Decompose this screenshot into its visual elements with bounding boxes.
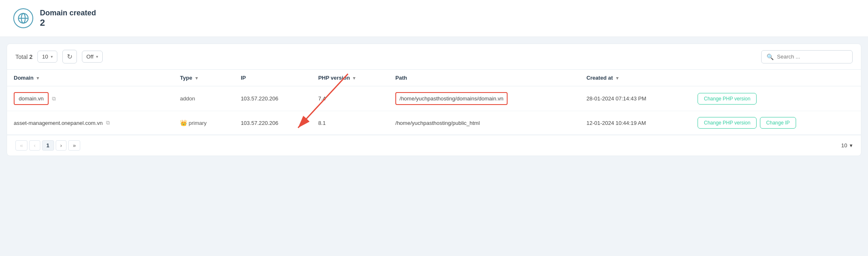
main-content: Total 2 10 ▾ ↻ Off ▾ 🔍 xyxy=(7,44,861,156)
type-badge-2: primary xyxy=(189,120,207,126)
search-icon: 🔍 xyxy=(767,54,774,60)
type-cell-1: addon xyxy=(173,86,234,111)
path-cell-2: /home/yuchpasthosting/public_html xyxy=(389,111,580,135)
actions-cell-1: Change PHP version xyxy=(691,86,861,111)
per-page-pagination-value: 10 xyxy=(841,142,847,149)
ip-cell-2: 103.57.220.206 xyxy=(234,111,311,135)
created-cell-2: 12-01-2024 10:44:19 AM xyxy=(580,111,691,135)
col-domain: Domain ▾ xyxy=(7,70,173,86)
domain-cell-1: domain.vn ⧉ xyxy=(7,86,173,111)
domain-cell-2: asset-management.onepanel.com.vn ⧉ xyxy=(7,111,173,135)
toggle-value: Off xyxy=(86,54,94,60)
chevron-down-icon-2: ▾ xyxy=(96,54,98,59)
sort-created-icon[interactable]: ▾ xyxy=(616,76,619,80)
col-created: Created at ▾ xyxy=(580,70,691,86)
change-ip-button-2[interactable]: Change IP xyxy=(760,117,796,129)
table-row: asset-management.onepanel.com.vn ⧉ 👑 pri… xyxy=(7,111,861,135)
php-cell-1: 7.4 xyxy=(311,86,389,111)
sort-domain-icon[interactable]: ▾ xyxy=(37,76,39,80)
table-header: Domain ▾ Type ▾ IP PHP version ▾ Path Cr… xyxy=(7,70,861,86)
chevron-down-icon: ▾ xyxy=(51,54,53,59)
domains-table: Domain ▾ Type ▾ IP PHP version ▾ Path Cr… xyxy=(7,70,861,135)
table-wrapper: Domain ▾ Type ▾ IP PHP version ▾ Path Cr… xyxy=(7,70,861,135)
created-cell-1: 28-01-2024 07:14:43 PM xyxy=(580,86,691,111)
domain-highlight-box: domain.vn xyxy=(14,92,49,105)
search-box[interactable]: 🔍 xyxy=(761,50,853,63)
sort-type-icon[interactable]: ▾ xyxy=(195,76,198,80)
php-cell-2: 8.1 xyxy=(311,111,389,135)
total-label: Total 2 xyxy=(15,54,32,60)
path-cell-1: /home/yuchpasthosting/domains/domain.vn xyxy=(389,86,580,111)
page-title: Domain created xyxy=(40,9,96,17)
pagination-bar: « ‹ 1 › » 10 ▾ xyxy=(7,135,861,156)
toolbar: Total 2 10 ▾ ↻ Off ▾ 🔍 xyxy=(7,44,861,70)
col-actions xyxy=(691,70,861,86)
change-php-button-1[interactable]: Change PHP version xyxy=(698,93,757,105)
type-badge-1: addon xyxy=(180,95,195,102)
sort-php-icon[interactable]: ▾ xyxy=(353,76,355,80)
table-row: domain.vn ⧉ addon 103.57.220.206 7.4 /ho… xyxy=(7,86,861,111)
chevron-down-icon-3[interactable]: ▾ xyxy=(850,142,853,149)
col-path: Path xyxy=(389,70,580,86)
first-page-button[interactable]: « xyxy=(15,140,27,151)
domain-name-2: asset-management.onepanel.com.vn xyxy=(14,120,103,126)
ip-cell-1: 103.57.220.206 xyxy=(234,86,311,111)
external-link-icon-1[interactable]: ⧉ xyxy=(52,95,56,102)
domain-count: 2 xyxy=(40,17,96,28)
refresh-button[interactable]: ↻ xyxy=(62,50,77,63)
last-page-button[interactable]: » xyxy=(68,140,80,151)
domain-name-1: domain.vn xyxy=(19,95,44,102)
col-type: Type ▾ xyxy=(173,70,234,86)
col-ip: IP xyxy=(234,70,311,86)
change-php-button-2[interactable]: Change PHP version xyxy=(698,117,757,129)
header-section: Domain created 2 xyxy=(0,0,868,37)
per-page-value: 10 xyxy=(42,54,48,60)
actions-cell-2: Change PHP version Change IP xyxy=(691,111,861,135)
pagination-right: 10 ▾ xyxy=(841,142,853,149)
header-text: Domain created 2 xyxy=(40,9,96,28)
type-cell-2: 👑 primary xyxy=(173,111,234,135)
pagination-left: « ‹ 1 › » xyxy=(15,140,80,151)
next-page-button[interactable]: › xyxy=(56,140,67,151)
domain-icon xyxy=(13,8,33,28)
per-page-select[interactable]: 10 ▾ xyxy=(37,51,57,63)
table-body: domain.vn ⧉ addon 103.57.220.206 7.4 /ho… xyxy=(7,86,861,135)
search-input[interactable] xyxy=(777,54,847,60)
toggle-select[interactable]: Off ▾ xyxy=(82,51,103,63)
col-php: PHP version ▾ xyxy=(311,70,389,86)
total-count: 2 xyxy=(29,54,32,60)
refresh-icon: ↻ xyxy=(67,53,72,61)
page-1-button[interactable]: 1 xyxy=(42,140,54,151)
crown-icon: 👑 xyxy=(180,119,187,126)
path-highlight-box-1: /home/yuchpasthosting/domains/domain.vn xyxy=(395,92,508,105)
external-link-icon-2[interactable]: ⧉ xyxy=(106,119,110,126)
prev-page-button[interactable]: ‹ xyxy=(29,140,40,151)
